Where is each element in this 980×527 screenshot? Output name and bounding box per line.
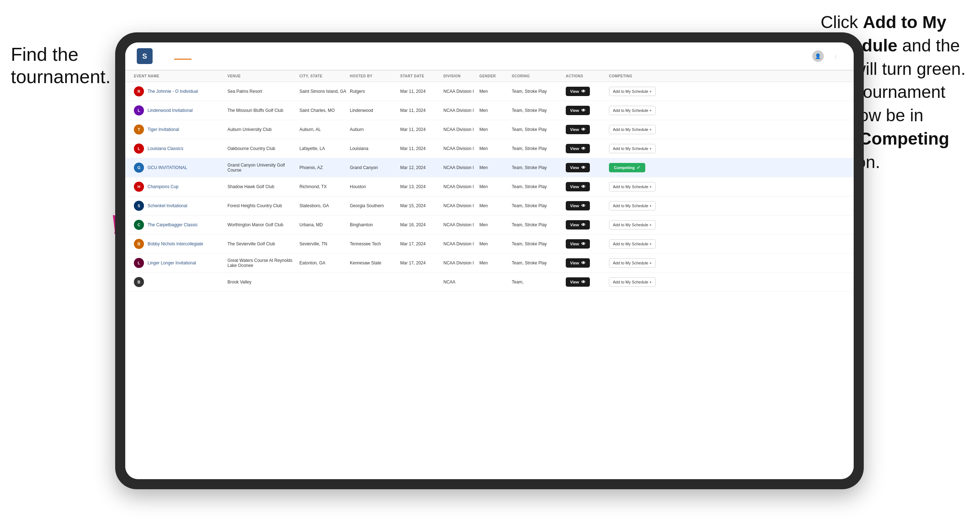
actions-cell: View 👁 <box>566 258 609 268</box>
logo-area: S <box>137 48 156 64</box>
competing-cell: Add to My Schedule + <box>609 277 681 287</box>
view-button[interactable]: View 👁 <box>566 277 590 287</box>
col-venue: VENUE <box>228 74 299 78</box>
division-cell: NCAA Division I <box>443 203 479 208</box>
add-to-schedule-button[interactable]: Add to My Schedule + <box>609 87 656 96</box>
venue-cell: Forest Heights Country Club <box>228 203 299 208</box>
add-to-schedule-button[interactable]: Add to My Schedule + <box>609 144 656 153</box>
view-button[interactable]: View 👁 <box>566 106 590 115</box>
tournaments-table: EVENT NAME VENUE CITY, STATE HOSTED BY S… <box>125 70 854 479</box>
scoring-cell: Team, Stroke Play <box>512 203 566 208</box>
view-button[interactable]: View 👁 <box>566 258 590 268</box>
city-state-cell: Saint Charles, MO <box>299 108 350 113</box>
col-start-date: START DATE <box>400 74 443 78</box>
competing-cell: Competing ✓ <box>609 163 681 172</box>
venue-cell: Worthington Manor Golf Club <box>228 222 299 227</box>
col-division: DIVISION <box>443 74 479 78</box>
view-button[interactable]: View 👁 <box>566 163 590 172</box>
table-row: L Louisiana Classics Oakbourne Country C… <box>125 139 854 158</box>
team-logo: B <box>134 277 144 287</box>
view-button[interactable]: View 👁 <box>566 182 590 191</box>
scoring-cell: Team, Stroke Play <box>512 222 566 227</box>
table-row: B Bobby Nichols Intercollegiate The Sevi… <box>125 235 854 254</box>
scoring-cell: Team, Stroke Play <box>512 127 566 132</box>
event-name-cell: B Bobby Nichols Intercollegiate <box>134 239 228 249</box>
venue-cell: Sea Palms Resort <box>228 89 299 94</box>
division-cell: NCAA Division I <box>443 165 479 170</box>
gender-cell: Men <box>479 108 512 113</box>
venue-cell: Great Waters Course At Reynolds Lake Oco… <box>228 258 299 268</box>
division-cell: NCAA Division I <box>443 222 479 227</box>
event-name-cell: T Tiger Invitational <box>134 124 228 135</box>
hosted-by-cell: Rutgers <box>350 89 400 94</box>
team-logo: L <box>134 143 144 154</box>
city-state-cell: Saint Simons Island, GA <box>299 89 350 94</box>
hosted-by-cell: Binghamton <box>350 222 400 227</box>
table-row: L Lindenwood Invitational The Missouri B… <box>125 101 854 120</box>
event-name-cell: G GCU INVITATIONAL <box>134 163 228 173</box>
col-gender: GENDER <box>479 74 512 78</box>
col-city-state: CITY, STATE <box>299 74 350 78</box>
gender-cell: Men <box>479 184 512 189</box>
tab-tournaments[interactable] <box>174 53 191 60</box>
gender-cell: Men <box>479 127 512 132</box>
gender-cell: Men <box>479 260 512 265</box>
division-cell: NCAA Division I <box>443 260 479 265</box>
event-name: Louisiana Classics <box>148 146 183 151</box>
actions-cell: View 👁 <box>566 220 609 230</box>
event-name: GCU INVITATIONAL <box>148 165 187 170</box>
actions-cell: View 👁 <box>566 201 609 210</box>
competing-cell: Add to My Schedule + <box>609 144 681 153</box>
user-avatar: 👤 <box>812 50 824 62</box>
view-button[interactable]: View 👁 <box>566 201 590 210</box>
logo-icon: S <box>137 48 153 64</box>
add-to-schedule-button[interactable]: Add to My Schedule + <box>609 277 656 287</box>
city-state-cell: Richmond, TX <box>299 184 350 189</box>
venue-cell: Auburn University Club <box>228 127 299 132</box>
competing-cell: Add to My Schedule + <box>609 125 681 134</box>
add-to-schedule-button[interactable]: Add to My Schedule + <box>609 182 656 191</box>
division-cell: NCAA Division I <box>443 89 479 94</box>
add-to-schedule-button[interactable]: Add to My Schedule + <box>609 239 656 249</box>
event-name-cell: L Louisiana Classics <box>134 143 228 154</box>
view-button[interactable]: View 👁 <box>566 87 590 96</box>
gender-cell: Men <box>479 165 512 170</box>
app-header: S 👤 | <box>125 43 854 70</box>
competing-button[interactable]: Competing ✓ <box>609 163 645 172</box>
event-name: Linger Longer Invitational <box>148 260 196 265</box>
competing-cell: Add to My Schedule + <box>609 106 681 115</box>
tablet-device: S 👤 | EVENT NAME <box>115 32 864 489</box>
scoring-cell: Team, Stroke Play <box>512 89 566 94</box>
scoring-cell: Team, Stroke Play <box>512 184 566 189</box>
start-date-cell: Mar 11, 2024 <box>400 127 443 132</box>
venue-cell: The Sevierville Golf Club <box>228 241 299 246</box>
scoring-cell: Team, <box>512 279 566 284</box>
division-cell: NCAA Division I <box>443 146 479 151</box>
scoring-cell: Team, Stroke Play <box>512 165 566 170</box>
event-name: Bobby Nichols Intercollegiate <box>148 241 203 246</box>
start-date-cell: Mar 11, 2024 <box>400 108 443 113</box>
city-state-cell: Statesboro, GA <box>299 203 350 208</box>
col-event-name: EVENT NAME <box>134 74 228 78</box>
table-row: G GCU INVITATIONAL Grand Canyon Universi… <box>125 158 854 177</box>
gender-cell: Men <box>479 89 512 94</box>
start-date-cell: Mar 11, 2024 <box>400 89 443 94</box>
table-row: L Linger Longer Invitational Great Water… <box>125 254 854 273</box>
view-button[interactable]: View 👁 <box>566 144 590 153</box>
table-row: T Tiger Invitational Auburn University C… <box>125 120 854 139</box>
view-button[interactable]: View 👁 <box>566 239 590 249</box>
add-to-schedule-button[interactable]: Add to My Schedule + <box>609 125 656 134</box>
team-logo: G <box>134 163 144 173</box>
add-to-schedule-button[interactable]: Add to My Schedule + <box>609 220 656 230</box>
gender-cell: Men <box>479 222 512 227</box>
tab-teams[interactable] <box>191 53 209 60</box>
event-name-cell: L Linger Longer Invitational <box>134 258 228 268</box>
city-state-cell: Auburn, AL <box>299 127 350 132</box>
team-logo: L <box>134 105 144 116</box>
add-to-schedule-button[interactable]: Add to My Schedule + <box>609 201 656 210</box>
add-to-schedule-button[interactable]: Add to My Schedule + <box>609 106 656 115</box>
view-button[interactable]: View 👁 <box>566 125 590 134</box>
add-to-schedule-button[interactable]: Add to My Schedule + <box>609 258 656 268</box>
view-button[interactable]: View 👁 <box>566 220 590 230</box>
actions-cell: View 👁 <box>566 163 609 172</box>
